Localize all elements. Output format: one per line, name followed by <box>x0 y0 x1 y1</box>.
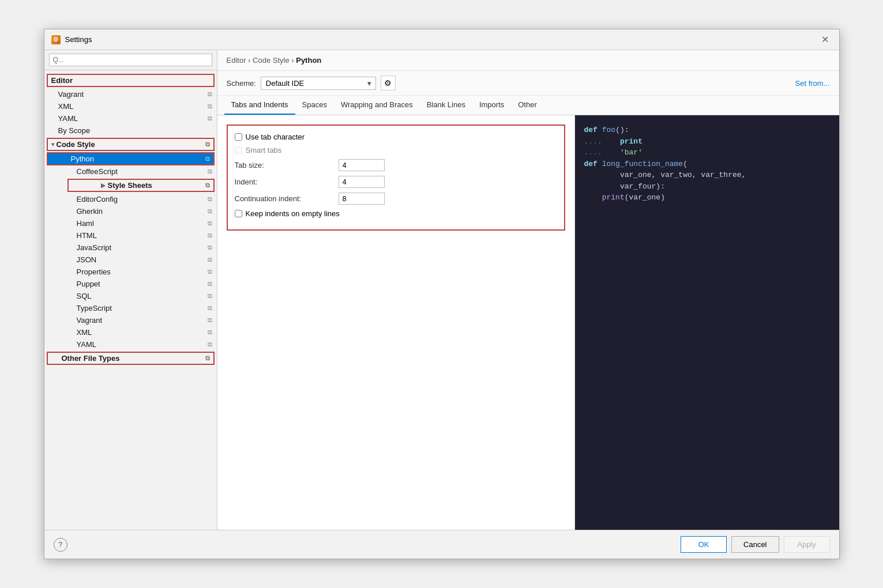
search-input[interactable] <box>49 54 212 66</box>
sidebar-item-vagrant-1[interactable]: Vagrant ⧉ <box>44 88 217 100</box>
keep-indents-row: Keep indents on empty lines <box>235 209 557 218</box>
tab-blank-lines[interactable]: Blank Lines <box>420 96 472 115</box>
expand-icon: ▶ <box>101 182 106 189</box>
sidebar-tree: Editor Vagrant ⧉ XML ⧉ YAML ⧉ <box>44 70 217 530</box>
code-line: def long_function_name( <box>584 159 830 170</box>
sidebar-item-html[interactable]: HTML ⧉ <box>44 229 217 242</box>
app-icon: ⚙ <box>51 35 61 44</box>
sidebar-item-gherkin[interactable]: Gherkin ⧉ <box>44 205 217 217</box>
tab-spaces[interactable]: Spaces <box>295 96 334 115</box>
sidebar-item-other-file-types[interactable]: Other File Types ⧉ <box>47 352 215 365</box>
title-bar: ⚙ Settings ✕ <box>44 29 839 50</box>
dialog-title: Settings <box>65 35 92 44</box>
code-line: var_four): <box>584 181 830 193</box>
copy-icon: ⧉ <box>208 292 212 300</box>
copy-icon: ⧉ <box>208 220 212 227</box>
sidebar-item-sql[interactable]: SQL ⧉ <box>44 290 217 302</box>
tab-size-label: Tab size: <box>235 161 339 169</box>
sidebar-item-editorconfig[interactable]: EditorConfig ⧉ <box>44 193 217 205</box>
indent-row: Indent: <box>235 176 557 188</box>
copy-icon: ⧉ <box>205 355 210 362</box>
expand-icon: ▾ <box>51 141 54 148</box>
gear-button[interactable]: ⚙ <box>381 76 396 91</box>
tab-other[interactable]: Other <box>511 96 544 115</box>
title-bar-left: ⚙ Settings <box>51 35 92 44</box>
keep-indents-label: Keep indents on empty lines <box>246 209 340 218</box>
copy-icon: ⧉ <box>208 195 212 203</box>
sidebar-item-python[interactable]: Python ⧉ <box>47 152 215 165</box>
tab-imports[interactable]: Imports <box>472 96 511 115</box>
ok-button[interactable]: OK <box>681 536 727 553</box>
smart-tabs-checkbox[interactable] <box>235 146 242 154</box>
copy-icon: ⧉ <box>208 208 212 215</box>
sidebar-item-json[interactable]: JSON ⧉ <box>44 254 217 266</box>
copy-icon: ⧉ <box>205 155 210 163</box>
continuation-indent-input[interactable] <box>339 193 385 205</box>
sidebar-item-xml-2[interactable]: XML ⧉ <box>44 326 217 338</box>
sidebar-item-typescript[interactable]: TypeScript ⧉ <box>44 302 217 314</box>
sidebar-item-xml-1[interactable]: XML ⧉ <box>44 100 217 112</box>
sidebar-item-style-sheets[interactable]: ▶ Style Sheets ⧉ <box>67 179 215 192</box>
footer: ? OK Cancel Apply <box>44 530 839 559</box>
sidebar-item-haml[interactable]: Haml ⧉ <box>44 217 217 229</box>
copy-icon: ⧉ <box>208 329 212 336</box>
copy-icon: ⧉ <box>208 280 212 288</box>
use-tab-character-row: Use tab character <box>235 133 557 141</box>
scheme-select-wrapper: Default IDE <box>261 77 376 90</box>
continuation-indent-label: Continuation indent: <box>235 194 339 203</box>
copy-icon: ⧉ <box>208 268 212 276</box>
sidebar-item-by-scope[interactable]: By Scope <box>44 125 217 137</box>
indent-label: Indent: <box>235 178 339 186</box>
scheme-select[interactable]: Default IDE <box>261 77 376 90</box>
close-button[interactable]: ✕ <box>818 33 832 47</box>
smart-tabs-row: Smart tabs <box>235 146 557 154</box>
tab-tabs-and-indents[interactable]: Tabs and Indents <box>224 96 295 115</box>
copy-icon: ⧉ <box>208 232 212 239</box>
copy-icon: ⧉ <box>208 168 212 175</box>
scheme-row: Scheme: Default IDE ⚙ Set from... <box>217 71 839 96</box>
use-tab-label: Use tab character <box>246 133 305 141</box>
code-preview: def foo(): .... print .... 'bar' def lon… <box>575 115 839 530</box>
sidebar: Editor Vagrant ⧉ XML ⧉ YAML ⧉ <box>44 50 217 530</box>
copy-icon: ⧉ <box>208 115 212 122</box>
code-line: .... 'bar' <box>584 147 830 159</box>
settings-panel: Use tab character Smart tabs Tab size: <box>217 115 575 530</box>
breadcrumb: Editor › Code Style › Python <box>217 50 839 71</box>
code-line: def foo(): <box>584 125 830 136</box>
smart-tabs-label: Smart tabs <box>246 146 282 154</box>
copy-icon: ⧉ <box>208 91 212 98</box>
settings-dialog: ⚙ Settings ✕ Editor Vagrant ⧉ <box>44 29 840 559</box>
main-panel: Editor › Code Style › Python Scheme: Def… <box>217 50 839 530</box>
code-line: var_one, var_two, var_three, <box>584 169 830 181</box>
sidebar-item-editor[interactable]: Editor <box>47 74 215 87</box>
cancel-button[interactable]: Cancel <box>731 536 779 553</box>
copy-icon: ⧉ <box>208 244 212 251</box>
copy-icon: ⧉ <box>205 141 210 148</box>
sidebar-item-code-style[interactable]: ▾ Code Style ⧉ <box>47 138 215 151</box>
sidebar-item-vagrant-2[interactable]: Vagrant ⧉ <box>44 314 217 326</box>
copy-icon: ⧉ <box>208 341 212 348</box>
apply-button[interactable]: Apply <box>784 536 830 553</box>
keep-indents-checkbox[interactable] <box>235 210 242 217</box>
tab-size-row: Tab size: <box>235 159 557 171</box>
use-tab-checkbox[interactable] <box>235 133 242 141</box>
tab-wrapping-and-braces[interactable]: Wrapping and Braces <box>334 96 420 115</box>
sidebar-item-puppet[interactable]: Puppet ⧉ <box>44 278 217 290</box>
copy-icon: ⧉ <box>208 103 212 110</box>
code-line: print(var_one) <box>584 192 830 203</box>
sidebar-item-yaml-1[interactable]: YAML ⧉ <box>44 112 217 125</box>
sidebar-item-coffeescript[interactable]: CoffeeScript ⧉ <box>44 165 217 178</box>
help-button[interactable]: ? <box>54 538 67 552</box>
indent-input[interactable] <box>339 176 385 188</box>
sidebar-item-yaml-2[interactable]: YAML ⧉ <box>44 338 217 350</box>
copy-icon: ⧉ <box>208 304 212 312</box>
copy-icon: ⧉ <box>208 256 212 263</box>
sidebar-item-properties[interactable]: Properties ⧉ <box>44 266 217 278</box>
sidebar-item-javascript[interactable]: JavaScript ⧉ <box>44 242 217 254</box>
indent-options-group: Use tab character Smart tabs Tab size: <box>227 125 565 231</box>
continuation-indent-row: Continuation indent: <box>235 193 557 205</box>
tab-size-input[interactable] <box>339 159 385 171</box>
copy-icon: ⧉ <box>208 316 212 324</box>
set-from-link[interactable]: Set from... <box>795 79 830 88</box>
code-line: .... print <box>584 136 830 148</box>
